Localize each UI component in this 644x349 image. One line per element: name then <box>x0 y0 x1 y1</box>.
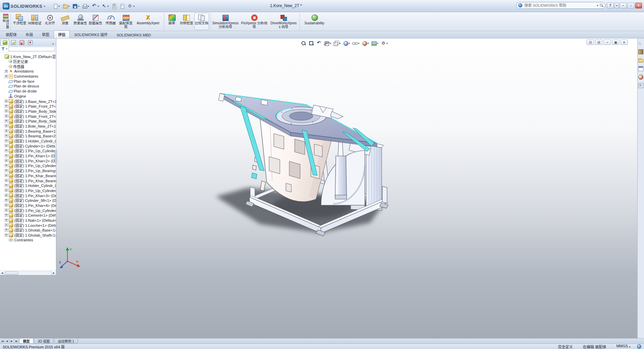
task-pane-tab[interactable] <box>638 56 644 64</box>
view-tool-button[interactable] <box>316 40 322 47</box>
tree-item[interactable]: (固定) 1.Pin_Khar<3> (Dé <box>0 193 56 198</box>
ribbon-button[interactable]: SimulationXpress 分析向导 <box>210 13 239 30</box>
view-tool-button[interactable] <box>371 40 379 47</box>
tree-item[interactable]: (固定) 1.Pin_Khar<1> (Dé <box>0 153 56 158</box>
window-control-button[interactable] <box>615 3 619 8</box>
ribbon-button[interactable]: DriveWorksXpress 向导 <box>269 13 298 30</box>
ribbon-button[interactable]: Sustainability <box>299 13 328 30</box>
expand-toggle-icon[interactable] <box>5 204 8 207</box>
tree-item[interactable]: (固定) 1.Looche<1> (Défa <box>0 222 56 227</box>
ribbon-button[interactable]: FloXpress 分析向导 <box>240 13 269 30</box>
tree-item[interactable]: (固定) 1.Pin_Up_Cylinder< <box>0 188 56 193</box>
tab-nav-icon[interactable] <box>14 339 19 344</box>
tree-item[interactable]: (固定) 1.Pin_Up_Cylinder< <box>0 208 56 213</box>
tree-item[interactable]: (固定) 1.Holder_Cylindr_L <box>0 183 56 188</box>
expand-toggle-icon[interactable] <box>5 100 8 103</box>
task-pane-tab[interactable] <box>638 39 644 47</box>
tree-item[interactable]: (固定) 1.Pin_Khar<2> (Dé <box>0 158 56 163</box>
tree-item[interactable]: (固定) 1.Gholab_Base<1> <box>0 227 56 233</box>
expand-toggle-icon[interactable] <box>5 114 8 117</box>
ribbon-button[interactable]: 传感器 <box>103 13 118 30</box>
tab-nav-icon[interactable] <box>5 339 9 344</box>
expand-toggle-icon[interactable] <box>5 229 8 232</box>
scrollbar-thumb[interactable] <box>5 272 18 275</box>
expand-toggle-icon[interactable] <box>5 199 8 202</box>
tree-item[interactable]: (固定) 1.Pin_Khar_Bearing <box>0 173 56 178</box>
window-control-button[interactable] <box>607 3 614 8</box>
expand-toggle-icon[interactable] <box>5 134 8 137</box>
tree-item[interactable]: 历史记录 <box>0 59 56 64</box>
ribbon-button[interactable]: AssemblyXpert <box>134 13 163 30</box>
ribbon-button[interactable]: 装配体直观 <box>118 13 133 30</box>
expand-toggle-icon[interactable] <box>5 194 8 197</box>
quick-tool-button[interactable] <box>81 2 90 10</box>
expand-toggle-icon[interactable] <box>5 234 8 237</box>
tree-item[interactable]: (固定) 1.Gholab_Shaft<1> <box>0 233 56 238</box>
tree-item[interactable]: 传感器 <box>0 64 56 69</box>
expand-toggle-icon[interactable] <box>5 124 8 127</box>
ribbon-button[interactable]: 间隙验证 <box>27 13 42 30</box>
expand-toggle-icon[interactable] <box>5 159 8 162</box>
search-scope-dropdown-icon[interactable]: ▾ <box>597 4 598 7</box>
tree-item[interactable]: Plan de face <box>0 79 56 84</box>
quick-tool-button[interactable] <box>71 2 81 10</box>
tree-item[interactable]: (固定) 1.Plate_Body_Side_ <box>0 118 56 124</box>
document-window-button[interactable] <box>604 39 611 45</box>
scroll-right-icon[interactable] <box>51 271 56 275</box>
expand-toggle-icon[interactable] <box>5 154 8 157</box>
search-input[interactable] <box>524 3 595 8</box>
panel-overflow-chevron[interactable]: » <box>51 42 55 46</box>
expand-toggle-icon[interactable] <box>5 209 8 212</box>
filter-dropdown-icon[interactable]: ▾ <box>6 48 7 50</box>
menu-flyout-arrow-icon[interactable]: ▸ <box>44 4 46 8</box>
document-window-button[interactable] <box>612 39 619 45</box>
ribbon-button[interactable]: 比较文档 <box>194 13 209 30</box>
tree-item[interactable]: Commentaires <box>0 74 56 79</box>
expand-toggle-icon[interactable] <box>5 174 8 177</box>
design-study-button[interactable]: 设计算例 <box>1 13 11 30</box>
expand-toggle-icon[interactable] <box>5 144 8 147</box>
tree-item[interactable]: (固定) Cylinder_98<1> (D <box>0 198 56 203</box>
window-control-button[interactable] <box>627 3 634 8</box>
panel-tab[interactable] <box>26 39 34 46</box>
quick-tool-button[interactable] <box>51 2 61 10</box>
tree-item[interactable]: (固定) 1.Base_New_2T<1> <box>0 99 56 104</box>
panel-tab[interactable] <box>18 39 26 46</box>
tree-item[interactable]: (固定) 1.Plate_Front_2T<1 <box>0 104 56 109</box>
panel-tab[interactable] <box>9 39 18 46</box>
tree-item[interactable]: (固定) 1.Pin_Up_Cylinder< <box>0 163 56 168</box>
view-tool-button[interactable] <box>323 40 332 47</box>
expand-toggle-icon[interactable] <box>5 214 8 217</box>
ribbon-button[interactable]: 孔对齐 <box>42 13 57 30</box>
view-tool-button[interactable] <box>380 40 388 47</box>
expand-toggle-icon[interactable] <box>5 179 8 182</box>
tree-item[interactable]: (固定) 1.Plate_Body_Side_ <box>0 109 56 114</box>
document-window-button[interactable] <box>595 39 603 45</box>
task-pane-tab[interactable] <box>638 48 644 55</box>
command-tab[interactable]: 评估 <box>54 30 70 38</box>
quick-tool-button[interactable] <box>118 2 126 10</box>
expand-toggle-icon[interactable] <box>5 109 8 112</box>
tree-item[interactable]: (固定) 1.Pin_Khar_Bearing <box>0 178 56 183</box>
document-tab[interactable]: 模型 <box>19 339 33 344</box>
ribbon-button[interactable]: 曲率 <box>164 13 179 30</box>
tree-item[interactable]: 1.Kore_New_2T (Défaut<显示 <box>0 54 56 59</box>
expand-toggle-icon[interactable] <box>5 75 8 78</box>
quick-tool-button[interactable] <box>126 2 136 10</box>
tree-item[interactable]: (固定) Cylinder<1> (Défa <box>0 143 56 148</box>
expand-toggle-icon[interactable] <box>5 70 8 73</box>
view-tool-button[interactable] <box>342 40 351 47</box>
tree-item[interactable]: (固定) 1.Holder_Cylindr_L <box>0 138 56 143</box>
tree-item[interactable]: Origine <box>0 94 56 99</box>
command-tab[interactable]: SOLIDWORKS MBD <box>112 32 155 38</box>
tree-item[interactable]: (固定) 1.Pin_Up_Cylinder< <box>0 148 56 153</box>
quick-tool-button[interactable] <box>61 2 71 10</box>
tree-item[interactable]: Contraintes <box>0 237 56 242</box>
task-pane-tab[interactable] <box>638 73 644 81</box>
quick-tool-button[interactable] <box>90 2 100 10</box>
tree-item[interactable]: (固定) 1.Bote_New_2T<1> <box>0 124 56 129</box>
command-tab[interactable]: 草图 <box>37 30 54 38</box>
ribbon-button[interactable]: 测量 <box>58 13 72 30</box>
command-tab[interactable]: 装配体 <box>1 30 21 38</box>
expand-toggle-icon[interactable] <box>5 219 8 222</box>
